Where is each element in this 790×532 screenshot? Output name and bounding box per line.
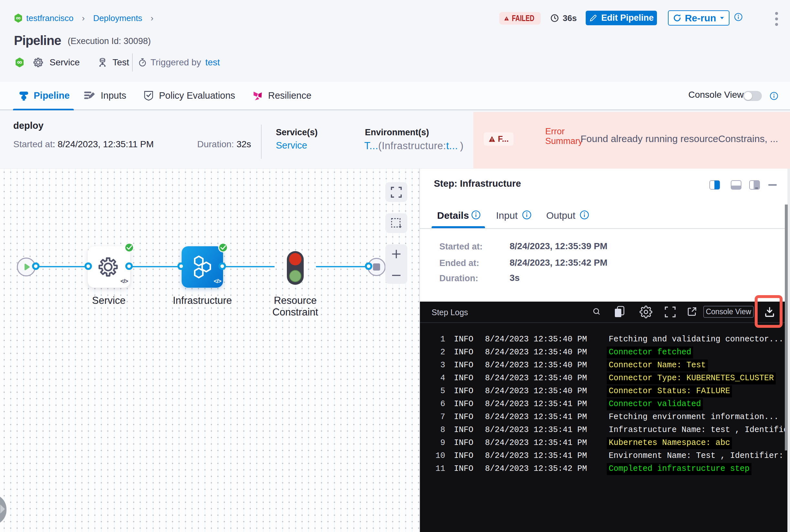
- svg-text:∞: ∞: [17, 58, 22, 66]
- svg-text:∞: ∞: [16, 14, 20, 21]
